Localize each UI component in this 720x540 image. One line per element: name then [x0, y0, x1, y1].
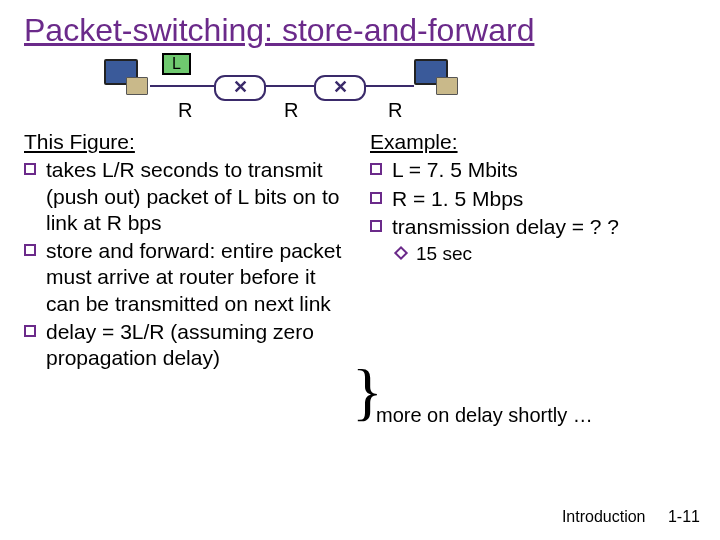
- dest-pc-icon: [414, 59, 458, 99]
- router-2-icon: ✕: [314, 75, 366, 101]
- list-item: L = 7. 5 Mbits: [370, 157, 696, 183]
- link-rate-2: R: [284, 99, 298, 122]
- page-title: Packet-switching: store-and-forward: [24, 12, 696, 49]
- list-item: takes L/R seconds to transmit (push out)…: [24, 157, 350, 236]
- more-delay-note: more on delay shortly …: [376, 404, 593, 427]
- packet-label: L: [162, 53, 191, 75]
- link-1: [150, 85, 214, 87]
- link-3: [364, 85, 414, 87]
- slide-footer: Introduction 1-11: [562, 508, 700, 526]
- left-heading: This Figure:: [24, 129, 350, 155]
- list-item: store and forward: entire packet must ar…: [24, 238, 350, 317]
- source-pc-icon: [104, 59, 148, 99]
- sub-list-item: 15 sec: [396, 242, 696, 266]
- network-diagram: L ✕ ✕ R R R: [104, 59, 696, 129]
- right-column: Example: L = 7. 5 Mbits R = 1. 5 Mbps tr…: [370, 129, 696, 373]
- right-heading: Example:: [370, 129, 696, 155]
- list-item: R = 1. 5 Mbps: [370, 186, 696, 212]
- router-1-icon: ✕: [214, 75, 266, 101]
- list-item: transmission delay = ? ?: [370, 214, 696, 240]
- link-2: [264, 85, 314, 87]
- link-rate-3: R: [388, 99, 402, 122]
- left-column: This Figure: takes L/R seconds to transm…: [24, 129, 350, 373]
- list-item: delay = 3L/R (assuming zero propagation …: [24, 319, 350, 372]
- footer-section: Introduction: [562, 508, 646, 525]
- link-rate-1: R: [178, 99, 192, 122]
- footer-page: 1-11: [668, 508, 700, 525]
